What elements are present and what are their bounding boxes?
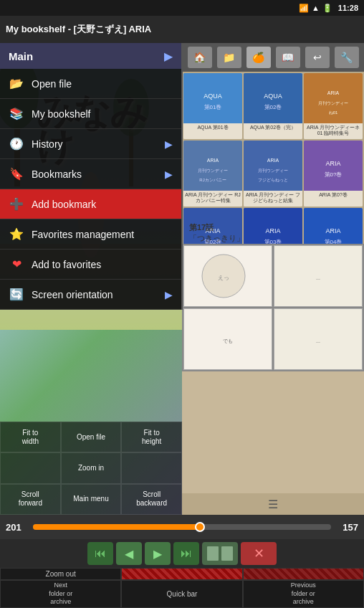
- bookmarks-menu-item[interactable]: 🔖 Bookmarks ▶: [0, 159, 181, 189]
- screen-orientation-icon: 🔄: [9, 288, 24, 301]
- list-item[interactable]: ARIA月刊ウンディーRJカンパニー ARIA 月刊ウンディー RJカンパニー特…: [183, 141, 242, 206]
- svg-text:えっ: えっ: [218, 275, 229, 281]
- bookmarks-label: Bookmarks: [32, 168, 82, 180]
- book-button[interactable]: 📖: [276, 47, 300, 68]
- main-menu-dropdown: Main ▶ 📂 Open file 📚 My bookshelf 🕐 Hist…: [0, 43, 183, 310]
- time: 11:28: [338, 4, 358, 12]
- open-file-overlay-button[interactable]: Open file: [61, 422, 122, 452]
- svg-text:ARIA: ARIA: [207, 158, 219, 163]
- svg-text:でも: でも: [223, 338, 233, 344]
- title-bar: My bookshelf - [天野こずえ] ARIA: [0, 16, 364, 43]
- manga-comic-panels: えっ ... でも ...: [182, 244, 364, 371]
- svg-text:...: ...: [316, 275, 320, 280]
- bottom-bar: 201 157 ⏮ ◀ ▶ ⏭ ✕ Zoom out: [0, 515, 364, 608]
- svg-rect-21: [244, 141, 302, 191]
- prev-archive-button[interactable]: Previous folder or archive: [243, 580, 364, 608]
- svg-text:第02巻: 第02巻: [264, 104, 282, 110]
- fit-width-label: Fit to width: [22, 429, 39, 446]
- open-file-icon: 📂: [9, 77, 24, 90]
- favorites-management-label: Favorites management: [32, 229, 134, 240]
- prev-archive-label: Previous folder or archive: [291, 581, 316, 607]
- quick-bar-label: Quick bar: [167, 589, 198, 599]
- manga-panel-3: でも: [183, 308, 272, 370]
- svg-text:フジどらねっと: フジどらねっと: [258, 178, 288, 182]
- wifi-icon: ▲: [312, 4, 320, 12]
- last-page-button[interactable]: ⏭: [173, 542, 199, 565]
- open-file-menu-label: Open file: [32, 78, 72, 90]
- book-cover: AQUA第01巻: [183, 73, 242, 123]
- add-bookmark-menu-item[interactable]: ➕ Add bookmark: [0, 189, 181, 219]
- history-arrow-icon: ▶: [165, 138, 173, 150]
- hamburger-icon: ☰: [268, 498, 278, 511]
- book-title: ARIA 第0?巻: [304, 191, 363, 206]
- zoom-in-label: Zoom in: [78, 464, 104, 472]
- svg-rect-46: [207, 546, 219, 561]
- bookshelf-icon: 📚: [9, 107, 24, 120]
- bookmarks-arrow-icon: ▶: [165, 168, 173, 180]
- total-pages: 157: [337, 522, 358, 533]
- screen-orientation-menu-item[interactable]: 🔄 Screen orientation ▶: [0, 280, 181, 310]
- empty-1: [0, 452, 61, 483]
- next-archive-label: Next folder or archive: [49, 581, 72, 607]
- list-item[interactable]: ARIA月刊ウンディーフジどらねっと ARIA 月刊ウンディー フジどらねっと結…: [244, 141, 302, 206]
- fit-to-height-button[interactable]: Fit to height: [121, 422, 182, 452]
- list-item[interactable]: ARIA月刊ウンディーね01 ARIA 月刊ウンディーネ 01 臨時特集号: [304, 73, 363, 139]
- scroll-backward-label: Scroll backward: [136, 490, 167, 508]
- list-item[interactable]: ARIA第0?巻 ARIA 第0?巻: [304, 141, 363, 206]
- chapter-info: 第17話 「つきっきり」: [189, 222, 244, 244]
- add-to-favorites-menu-item[interactable]: ❤ Add to favorites: [0, 250, 181, 280]
- main-menu-label: Main menu: [73, 495, 108, 503]
- svg-rect-17: [183, 141, 242, 191]
- close-button[interactable]: ✕: [241, 542, 277, 565]
- svg-text:ARIA: ARIA: [265, 227, 280, 234]
- thumbnail-button[interactable]: [202, 542, 238, 565]
- back-button[interactable]: ↩: [305, 47, 330, 68]
- control-row: Zoom out Next folder or archive Quick ba…: [0, 568, 364, 608]
- history-label: History: [32, 138, 63, 150]
- add-favorites-icon: ❤: [9, 257, 24, 271]
- add-to-favorites-label: Add to favorites: [32, 259, 101, 270]
- add-bookmark-label: Add bookmark: [32, 199, 96, 210]
- home-button[interactable]: 🏠: [188, 47, 212, 68]
- progress-bar[interactable]: [33, 524, 331, 530]
- svg-text:AQUA: AQUA: [203, 92, 222, 100]
- book-cover: AQUA第02巻: [244, 73, 302, 123]
- list-item[interactable]: AQUA第02巻 AQUA 第02巻（完）: [244, 73, 302, 139]
- favorites-management-menu-item[interactable]: ⭐ Favorites management: [0, 219, 181, 250]
- folder-button[interactable]: 📁: [217, 47, 241, 68]
- quick-bar-button[interactable]: Quick bar: [121, 580, 242, 608]
- history-icon: 🕐: [9, 137, 24, 151]
- main-menu-button[interactable]: Main menu: [61, 484, 122, 515]
- list-item[interactable]: AQUA第01巻 AQUA 第01巻: [183, 73, 242, 139]
- signal-icon: 📶: [299, 4, 309, 13]
- svg-text:...: ...: [316, 338, 320, 343]
- next-page-button[interactable]: ▶: [145, 542, 171, 565]
- scroll-forward-button[interactable]: Scroll forward: [0, 484, 61, 515]
- svg-text:月刊ウンディー: 月刊ウンディー: [198, 168, 228, 173]
- svg-rect-47: [221, 546, 233, 561]
- next-archive-button[interactable]: Next folder or archive: [0, 580, 121, 608]
- thumbnails-icon: [206, 545, 234, 562]
- open-file-menu-item[interactable]: 📂 Open file: [0, 69, 181, 99]
- first-page-button[interactable]: ⏮: [87, 542, 113, 565]
- settings-button[interactable]: 🔧: [335, 47, 359, 68]
- reader-controls-overlay: Fit to width Open file Fit to height Zoo…: [0, 422, 182, 515]
- navigation-row: ⏮ ◀ ▶ ⏭ ✕: [0, 539, 364, 568]
- fit-to-width-button[interactable]: Fit to width: [0, 422, 61, 452]
- sort-button[interactable]: 🍊: [246, 47, 271, 68]
- favorites-mgmt-icon: ⭐: [9, 227, 24, 241]
- zoom-out-button[interactable]: Zoom out: [0, 568, 121, 580]
- empty-2: [121, 452, 182, 483]
- manga-panel-1: えっ: [183, 245, 272, 307]
- bookshelf-toolbar: 🏠 📁 🍊 📖 ↩ 🔧: [182, 43, 364, 72]
- svg-text:月刊ウンディー: 月刊ウンディー: [258, 168, 288, 173]
- svg-text:ARIA: ARIA: [325, 227, 340, 234]
- menu-header-arrow: ▶: [164, 49, 173, 63]
- zoom-in-button[interactable]: Zoom in: [61, 452, 122, 483]
- my-bookshelf-label: My bookshelf: [32, 108, 90, 120]
- my-bookshelf-menu-item[interactable]: 📚 My bookshelf: [0, 99, 181, 129]
- prev-page-button[interactable]: ◀: [116, 542, 142, 565]
- svg-text:第01巻: 第01巻: [204, 104, 222, 110]
- history-menu-item[interactable]: 🕐 History ▶: [0, 129, 181, 159]
- scroll-backward-button[interactable]: Scroll backward: [121, 484, 182, 515]
